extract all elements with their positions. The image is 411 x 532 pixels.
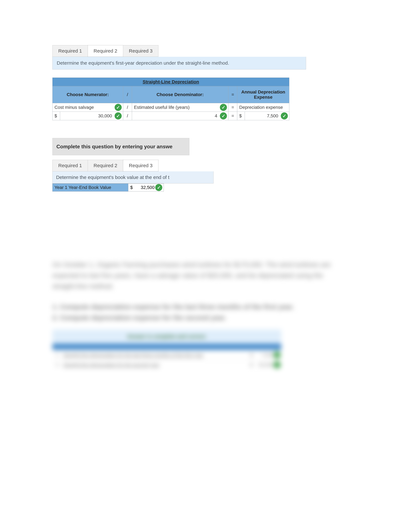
blurred-row1-text: Straight-line depreciation for the last … [62,350,247,360]
blurred-row-1: 1 Straight-line depreciation for the las… [52,350,281,360]
header-numerator: Choose Numerator: [53,86,123,103]
check-icon [155,184,162,191]
header-divide: / [123,86,132,103]
depreciation-table: Straight-Line Depreciation Choose Numera… [52,77,289,120]
row1-equals: = [228,103,237,112]
check-icon [281,112,288,119]
book-value-label: Year 1 Year-End Book Value [53,184,128,191]
book-value-dollar: $ [130,185,133,190]
check-icon [273,361,280,368]
tab2-required-3[interactable]: Required 3 [123,160,159,171]
blurred-row2-dollar: $ [247,360,255,370]
tab2-required-1[interactable]: Required 1 [52,160,88,171]
blurred-row1-value-cell: 7,500 [255,350,281,360]
blurred-paragraph: On October 1, Organic Farming purchases … [52,259,339,292]
row2-denominator-value: 4 [134,113,226,118]
row1-divide: / [123,103,132,112]
row2-equals: = [228,112,237,120]
row2-result-dollar: $ [237,112,245,120]
row1-result: Depreciation expense [237,103,289,112]
blurred-q1: 1. Compute depreciation expense for the … [52,302,339,312]
header-equals: = [228,86,237,103]
blurred-row2-text: Straight-line depreciation for the secon… [62,360,247,370]
blurred-answer-box: Answer is complete and correct. 1 Straig… [52,330,281,370]
blurred-row-2: 2 Straight-line depreciation for the sec… [52,360,281,370]
row1-denominator-text: Estimated useful life (years) [134,105,226,110]
row1-numerator-text: Cost minus salvage [55,105,121,110]
check-icon [115,112,122,119]
check-icon [220,112,227,119]
tab-required-3[interactable]: Required 3 [123,45,159,57]
tab-required-1[interactable]: Required 1 [52,45,88,57]
instruction-section2: Determine the equipment's book value at … [52,171,214,183]
check-icon [220,104,227,111]
blurred-banner: Answer is complete and correct. [52,330,281,343]
book-value-table: Year 1 Year-End Book Value $ 32,500 [52,183,164,191]
header-denominator: Choose Denominator: [132,86,228,103]
blurred-row1-num: 1 [52,350,62,360]
tabs-section1: Required 1 Required 2 Required 3 [52,45,359,57]
row1-denominator[interactable]: Estimated useful life (years) [132,103,228,112]
row2-numerator[interactable]: 30,000 [60,112,123,120]
row2-divide: / [123,112,132,120]
check-icon [115,104,122,111]
section2: Complete this question by entering your … [52,138,359,191]
row2-dollar: $ [53,112,60,120]
blurred-header-row [52,343,281,350]
tab-required-2[interactable]: Required 2 [88,45,123,57]
check-icon [273,352,280,359]
blurred-row2-value: 30,000 [258,362,273,367]
blurred-row2-value-cell: 30,000 [255,360,281,370]
blurred-q2: 2. Compute depreciation expense for the … [52,312,339,323]
blurred-row2-num: 2 [52,360,62,370]
row2-denominator[interactable]: 4 [132,112,228,120]
blurred-content: On October 1, Organic Farming purchases … [52,259,339,370]
table-title: Straight-Line Depreciation [53,78,289,86]
row1-numerator[interactable]: Cost minus salvage [53,103,123,112]
row2-result: 7,500 [245,112,289,120]
tabs-section2: Required 1 Required 2 Required 3 [52,160,359,171]
book-value-amount: 32,500 [141,185,155,190]
page-content: Required 1 Required 2 Required 3 Determi… [52,45,359,370]
blurred-row1-dollar: $ [247,350,255,360]
blurred-row1-value: 7,500 [261,352,273,358]
instruction-section1: Determine the equipment's first-year dep… [52,57,306,69]
tab2-required-2[interactable]: Required 2 [88,160,123,171]
book-value-cell[interactable]: $ 32,500 [128,184,164,191]
complete-banner: Complete this question by entering your … [52,138,189,155]
row2-numerator-value: 30,000 [62,113,121,118]
header-result: Annual Depreciation Expense [237,86,289,103]
